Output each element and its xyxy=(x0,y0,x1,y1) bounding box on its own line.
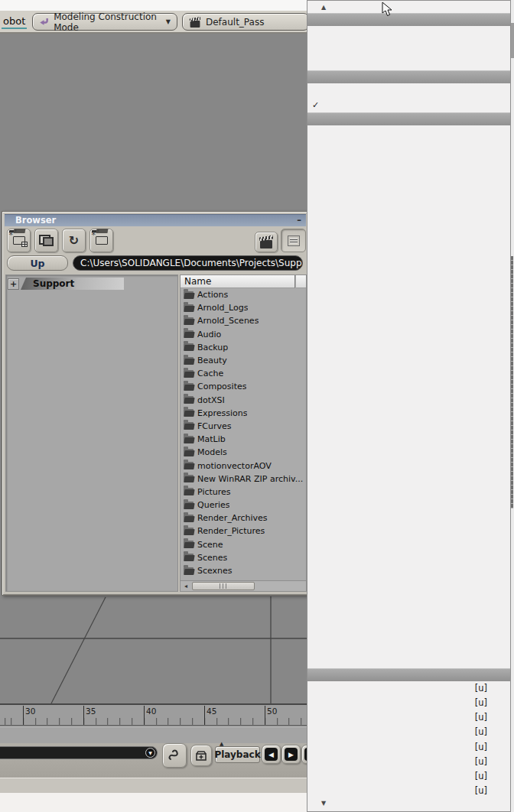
tree-root-tab[interactable]: + Support xyxy=(8,277,176,291)
menu-item[interactable]: ✓ D3 Shaders Library BASE xyxy=(307,213,510,228)
up-button[interactable]: Up xyxy=(7,255,68,271)
menu-item[interactable]: ✓ Factory Add-ons xyxy=(307,125,510,140)
menu-item[interactable]: ✓ ExocortexTools xyxy=(307,316,510,330)
menu-item[interactable]: ✓ V-Ray xyxy=(307,609,510,624)
column-header-name[interactable]: Name xyxy=(181,275,295,288)
list-view-button[interactable] xyxy=(281,229,306,252)
menu-item[interactable]: ✓ Syflex xyxy=(307,170,510,184)
menu-item[interactable]: ✓ Dynamic_Topo [u] xyxy=(307,740,510,755)
menu-item[interactable]: ✓ ExocortexFury xyxy=(307,287,510,301)
previous-frame-button[interactable]: ◀ xyxy=(262,745,281,764)
folder-row[interactable]: Audio xyxy=(181,328,306,341)
browser-titlebar[interactable]: Browser – xyxy=(5,214,306,226)
column-header-stub[interactable] xyxy=(296,275,306,288)
playback-menu-button[interactable]: Playback xyxy=(215,746,260,763)
menu-item[interactable]: ✓ nest_kratos.1.2.2011_SP1 xyxy=(307,477,510,492)
add-to-toolbox-button[interactable] xyxy=(190,745,212,766)
folder-row[interactable]: Render_Pictures xyxy=(181,525,306,538)
render-pass-dropdown[interactable]: Default_Pass xyxy=(182,13,309,31)
menu-item[interactable]: ✓ D3 Shaders Library PRESETS xyxy=(307,228,510,242)
menu-item[interactable]: ✓ PowerExtrude_1.0 xyxy=(307,536,510,551)
menu-item[interactable]: ✓ XSIDB_Shaderball xyxy=(307,639,510,654)
scrollbar-thumb[interactable] xyxy=(192,582,255,590)
menu-item[interactable]: ✓ LumeTools Collection xyxy=(307,404,510,419)
network-transfer-button[interactable] xyxy=(34,229,58,252)
menu-item[interactable]: ✓ XNAGSE.6.02 xyxy=(307,624,510,638)
menu-item[interactable]: ✓ Interactive_Thickness xyxy=(307,360,510,375)
menu-item[interactable]: ✓ MPW_issue [u] xyxy=(307,769,510,784)
menu-item[interactable]: ✓ emTools.v.1.835 xyxy=(307,272,510,287)
next-frame-button[interactable]: ▶ xyxy=(281,745,301,764)
menu-item[interactable]: ✓ nest_momentum.1.1.2011_SP1 xyxy=(307,492,510,507)
horizontal-scrollbar[interactable]: ◂ xyxy=(181,580,306,591)
menu-item[interactable]: ✓ Workgroup Add-ons xyxy=(307,154,510,169)
menu-item[interactable]: ✓ ToggleFaceLayout xyxy=(307,595,510,609)
expand-icon[interactable]: + xyxy=(8,278,19,290)
folder-row[interactable]: Cache xyxy=(181,367,306,380)
path-field[interactable]: C:\Users\SOLIDANGLE\Documents\Projects\S… xyxy=(73,255,303,271)
menu-item[interactable]: ✓ MultiImporter_Qt xyxy=(307,463,510,477)
menu-item[interactable]: ✓ Sample Project xyxy=(307,83,510,98)
folder-row[interactable]: Arnold_Logs xyxy=(181,301,306,314)
new-folder-favorite-button[interactable] xyxy=(7,229,31,252)
folder-row[interactable]: motionvectorAOV xyxy=(181,459,306,472)
menu-item[interactable]: ✓ emTools---v.1.910---Softimage.2014 xyxy=(307,258,510,272)
media-view-button[interactable] xyxy=(255,232,278,252)
scroll-left-icon[interactable]: ◂ xyxy=(181,582,190,590)
script-editor-button[interactable] xyxy=(162,743,187,768)
menu-item[interactable]: ✓ Support [u] xyxy=(307,725,510,739)
menu-item[interactable]: ✓ User xyxy=(307,55,510,70)
menu-item[interactable]: ✓ ms xsi Shatter v4 xyxy=(307,434,510,448)
frame-slider[interactable]: ▼ xyxy=(0,746,158,759)
menu-item[interactable]: ✓ gear_1.0.0 xyxy=(307,331,510,346)
minimize-button[interactable]: – xyxy=(297,214,301,226)
menu-item[interactable]: ✓ Installation (Factory) xyxy=(307,26,510,41)
folder-row[interactable]: Beauty xyxy=(181,354,306,367)
menu-item[interactable]: ✓ JR_HueCube xyxy=(307,375,510,389)
folder-row[interactable]: Pictures xyxy=(181,486,306,499)
folder-row[interactable]: MatLib xyxy=(181,433,306,446)
folder-row[interactable]: Expressions xyxy=(181,407,306,420)
folder-row[interactable]: FCurves xyxy=(181,420,306,433)
menu-item[interactable]: ✓ ExocortexSlipstreamVX xyxy=(307,301,510,316)
frame-slider-menu-button[interactable]: ▼ xyxy=(145,748,155,758)
menu-item[interactable]: ✓ StandinCrash [u] xyxy=(307,755,510,769)
menu-item[interactable]: ✓ ICE_WorkflowUtils xyxy=(307,346,510,360)
folder-row[interactable]: Render_Archives xyxy=(181,512,306,525)
folder-tree-pane[interactable]: + Support xyxy=(5,274,178,592)
menu-item[interactable]: ✓ SolidAngle [u] xyxy=(307,784,510,798)
menu-item[interactable]: ✓ DartThrow.0.9b xyxy=(307,242,510,257)
menu-item[interactable]: ✓ PolygonsParticles xyxy=(307,521,510,536)
menu-item[interactable]: ✓ StandinCrash [u] xyxy=(307,710,510,725)
menu-item[interactable]: ✓ User Add-ons xyxy=(307,140,510,154)
folder-row[interactable]: Queries xyxy=(181,499,306,512)
folder-row[interactable]: Composites xyxy=(181,380,306,393)
menu-item[interactable]: ✓ kettle_shaders_4.2.2_arnold_4.0.6.0 xyxy=(307,389,510,404)
menu-item[interactable]: ✓ ObjDnD1 xyxy=(307,507,510,521)
folder-row[interactable]: Models xyxy=(181,446,306,459)
menu-item[interactable]: ✓ Current Project xyxy=(307,98,510,112)
folder-row[interactable]: Scene xyxy=(181,538,306,551)
menu-item[interactable]: ✓ baEssential xyxy=(307,184,510,199)
menu-item[interactable]: ✓ MT_Camera_Projection_Addon xyxy=(307,448,510,463)
refresh-button[interactable]: ↻ xyxy=(62,229,86,252)
menu-item[interactable]: ✓ si_HM_hairDynamics_ADDON xyxy=(307,580,510,595)
folder-row[interactable]: Scexnes xyxy=(181,564,306,577)
menu-scroll-down[interactable]: ▼ xyxy=(307,798,510,809)
menu-item[interactable]: ✓ Support [u] xyxy=(307,696,510,710)
folder-row[interactable]: Backup xyxy=(181,341,306,354)
construction-mode-dropdown[interactable]: Modeling Construction Mode ▼ xyxy=(32,13,177,31)
folder-row[interactable]: Arnold_Scenes xyxy=(181,314,306,327)
menu-item[interactable]: ✓ CM_MeshBlur-1.0 xyxy=(307,199,510,213)
menu-item[interactable]: ✓ MIA_Presets xyxy=(307,566,510,580)
menu-item[interactable]: ✓ mCleaner xyxy=(307,419,510,434)
new-folder-button[interactable] xyxy=(89,229,113,252)
menu-item[interactable]: ✓ Workgroup xyxy=(307,41,510,55)
menu-scroll-up[interactable]: ▲ xyxy=(307,2,510,13)
folder-row[interactable]: Scenes xyxy=(181,551,306,564)
folder-row[interactable]: dotXSI xyxy=(181,394,306,407)
menu-item[interactable]: ✓ SItoA-3.0.0-windows-2014 xyxy=(307,654,510,668)
folder-row[interactable]: Actions xyxy=(181,288,306,301)
menu-item[interactable]: ✓ PyQtForSoftimage_beta5 xyxy=(307,551,510,565)
folder-row[interactable]: New WinRAR ZIP archiv... xyxy=(181,473,306,486)
